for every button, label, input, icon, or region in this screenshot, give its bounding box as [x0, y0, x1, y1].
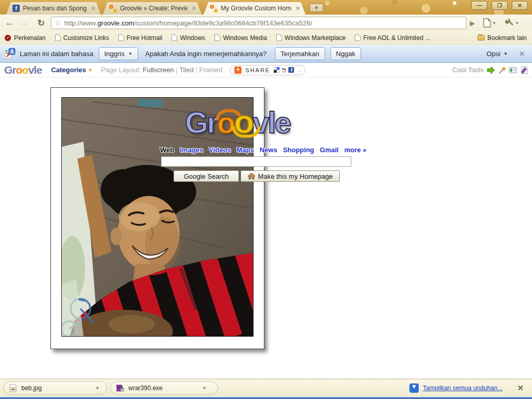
svg-text:f: f	[291, 68, 292, 73]
tab-close-icon[interactable]: ✕	[295, 5, 301, 12]
purple-marker-icon[interactable]	[520, 66, 528, 74]
share-more-dots[interactable]: ..	[298, 67, 301, 73]
id-card-icon[interactable]	[509, 66, 517, 74]
page-icon	[118, 34, 124, 41]
share-service-icons: f	[274, 67, 294, 73]
separator: |	[176, 66, 177, 74]
show-all-downloads-link[interactable]: Tampilkan semua unduhan...	[423, 384, 502, 392]
translate-accept-button[interactable]: Terjemahkan	[275, 47, 325, 60]
bookmark-star-icon[interactable]: ☆	[55, 19, 61, 27]
bookmark-free-hotmail[interactable]: Free Hotmail	[118, 34, 163, 42]
page-layout-options: Page Layout: Fullscreen | Tiled | Framed	[101, 66, 223, 74]
logo-part: o	[217, 105, 234, 140]
tab-title: Groovle » Create: Preview	[120, 5, 188, 12]
magic-wand-icon[interactable]	[498, 66, 506, 74]
chevron-down-icon[interactable]: ▼	[202, 385, 207, 391]
translate-decline-button[interactable]: Nggak	[330, 47, 362, 60]
tab-close-icon[interactable]: ✕	[191, 5, 197, 12]
forward-button[interactable]: →	[19, 18, 28, 28]
nav-link-images[interactable]: Images	[180, 146, 203, 154]
other-bookmarks-label: Bookmark lain	[487, 34, 527, 42]
back-button[interactable]: ←	[5, 18, 14, 28]
bookmark-windows[interactable]: Windows	[171, 34, 205, 42]
language-value: Inggris	[104, 50, 125, 58]
download-item-beb[interactable]: beb.jpg ▼	[3, 381, 107, 395]
nav-link-more[interactable]: more »	[344, 146, 367, 154]
tab-facebook-message[interactable]: f Pesan baru dari SpongeBenn! ✕	[6, 2, 101, 15]
translate-options-button[interactable]: Opsi ▼	[486, 50, 508, 58]
search-input[interactable]	[161, 156, 351, 167]
categories-menu[interactable]: Categories ▼	[51, 66, 92, 74]
download-shelf: beb.jpg ▼ wrar390.exe ▼ Tampilkan semua …	[0, 379, 532, 396]
shelf-close-icon[interactable]: ✕	[517, 383, 524, 393]
translate-icon: A	[4, 48, 16, 59]
layout-tiled-link[interactable]: Tiled	[179, 66, 194, 74]
restore-button[interactable]: ❐	[491, 1, 508, 10]
url-scheme: http://www.	[64, 19, 98, 27]
other-bookmarks-button[interactable]: Bookmark lain	[477, 34, 527, 42]
home-icon	[248, 173, 255, 180]
download-filename: beb.jpg	[21, 384, 84, 392]
nav-link-maps[interactable]: Maps	[236, 146, 254, 154]
groovle-logo-small[interactable]: Groovle	[4, 64, 42, 76]
green-arrow-icon[interactable]	[486, 66, 495, 74]
wrench-icon	[504, 18, 514, 28]
people-share-icon[interactable]	[281, 67, 287, 73]
nav-link-shopping[interactable]: Shopping	[283, 146, 314, 154]
bookmark-label: Windows Marketplace	[285, 34, 345, 42]
tab-groovle-create[interactable]: Groovle » Create: Preview ✕	[103, 2, 202, 15]
bookmark-windows-marketplace[interactable]: Windows Marketplace	[276, 34, 345, 42]
go-button[interactable]: ▶	[470, 19, 475, 27]
google-search-button[interactable]: Google Search	[174, 170, 239, 182]
url-text[interactable]: http://www.groovle.com/custom/homepage/8…	[64, 19, 312, 27]
chevron-down-icon: ▼	[88, 68, 93, 73]
page-content: Groovle Web Images Videos Maps News Shop…	[0, 77, 532, 379]
bookmark-free-aol[interactable]: Free AOL & Unlimited ...	[355, 34, 430, 42]
bookmark-perkenalan[interactable]: Perkenalan	[4, 34, 46, 42]
groovle-header-bar: Groovle Categories ▼ Page Layout: Fullsc…	[0, 63, 532, 77]
chevron-down-icon[interactable]: ▼	[95, 385, 100, 391]
page-menu-button[interactable]: ▼	[483, 18, 496, 28]
make-homepage-button[interactable]: Make this my Homepage	[241, 170, 340, 182]
logo-part: Gr	[185, 105, 217, 139]
new-tab-button[interactable]: +	[310, 4, 323, 12]
share-widget[interactable]: + SHARE f ..	[230, 65, 305, 75]
red-favicon	[4, 34, 11, 42]
language-dropdown[interactable]: Inggris ▼	[99, 47, 138, 60]
translate-message: Laman ini dalam bahasa	[20, 50, 94, 58]
nav-link-gmail[interactable]: Gmail	[320, 146, 339, 154]
facebook-icon: f	[12, 5, 20, 12]
address-bar[interactable]: ☆ http://www.groovle.com/custom/homepage…	[51, 17, 467, 29]
bookmark-customize-links[interactable]: Customize Links	[55, 34, 109, 42]
nav-link-news[interactable]: News	[260, 146, 277, 154]
translate-question: Apakah Anda ingin menerjemahkannya?	[145, 50, 267, 58]
logo-part: o	[16, 64, 22, 76]
url-domain: groovle.com	[97, 19, 134, 27]
tab-close-icon[interactable]: ✕	[90, 5, 97, 12]
search-nav-links: Web Images Videos Maps News Shopping Gma…	[160, 146, 366, 154]
url-path: /custom/homepage/83de9c3a98c0684cb78f143…	[134, 19, 312, 27]
chevron-down-icon: ▼	[492, 21, 496, 25]
bookmark-label: Free AOL & Unlimited ...	[363, 34, 430, 42]
download-item-wrar[interactable]: wrar390.exe ▼	[110, 381, 218, 395]
layout-framed-link[interactable]: Framed	[199, 66, 222, 74]
tab-title: Pesan baru dari SpongeBenn!	[23, 5, 87, 12]
logo-part: vle	[252, 105, 290, 139]
wrench-menu-button[interactable]: ▼	[504, 18, 519, 28]
infobar-close-icon[interactable]: ✕	[519, 50, 525, 58]
nav-link-videos[interactable]: Videos	[209, 146, 231, 154]
reload-button[interactable]: ↻	[37, 18, 45, 29]
facebook-share-icon[interactable]: f	[288, 67, 294, 73]
page-icon	[171, 34, 177, 41]
delicious-icon[interactable]	[274, 67, 280, 73]
close-button[interactable]: ✕	[512, 1, 528, 10]
bookmark-windows-media[interactable]: Windows Media	[215, 34, 267, 42]
page-layout-label: Page Layout:	[101, 66, 141, 74]
tab-title: My Groovle Custom Homep...	[221, 5, 291, 12]
layout-fullscreen-link[interactable]: Fullscreen	[143, 66, 174, 74]
tab-groovle-homepage-active[interactable]: My Groovle Custom Homep... ✕	[204, 2, 305, 15]
minimize-button[interactable]: —	[471, 1, 487, 10]
nav-link-web[interactable]: Web	[160, 146, 174, 154]
share-label: SHARE	[245, 67, 270, 73]
page-icon	[276, 34, 282, 41]
